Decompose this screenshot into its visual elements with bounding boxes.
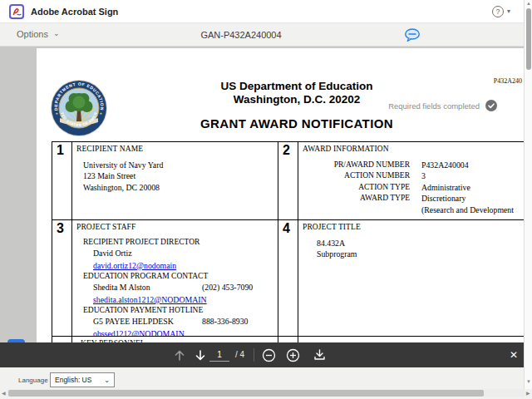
- contact-name: Shedita M Alston: [93, 282, 202, 293]
- section-heading: KEY PERSONNEL: [72, 337, 278, 342]
- horizontal-scrollbar-thumb[interactable]: [8, 390, 484, 397]
- section-1-number: 1: [52, 142, 72, 220]
- email-link[interactable]: shedita.alston1212@NODOMAIN: [93, 295, 207, 304]
- project-title-line: Subprogram: [317, 249, 524, 259]
- download-icon[interactable]: [311, 342, 328, 367]
- award-field-label: ACTION NUMBER: [298, 170, 410, 181]
- scroll-right-icon[interactable]: ▶: [526, 390, 530, 396]
- contact-role: EDUCATION PROGRAM CONTACT: [83, 271, 278, 282]
- contact-name: G5 PAYEE HELPDESK: [93, 316, 202, 327]
- section-heading: PROJECT STAFF: [72, 220, 278, 231]
- section-project-staff: PROJECT STAFF RECIPIENT PROJECT DIRECTOR…: [72, 220, 278, 337]
- vertical-scrollbar[interactable]: ▲ ▼: [524, 0, 532, 389]
- contact-role: RECIPIENT PROJECT DIRECTOR: [83, 237, 278, 248]
- acrobat-sign-logo-icon: [9, 4, 24, 19]
- language-select[interactable]: English: US ⌄: [50, 372, 115, 387]
- options-menu-button[interactable]: Options ⌄: [17, 29, 59, 39]
- language-label: Language: [18, 377, 48, 384]
- recipient-line: University of Navy Yard: [83, 160, 278, 170]
- award-field-label: AWARD TYPE: [298, 193, 410, 204]
- seal-star-icon: ★: [56, 111, 59, 116]
- award-field-label: ACTION TYPE: [298, 182, 410, 193]
- required-fields-status: Required fields completed: [388, 100, 497, 111]
- grant-award-notification-title: GRANT AWARD NOTIFICATION: [111, 116, 482, 131]
- award-field-label: PR/AWARD NUMBER: [298, 160, 410, 170]
- contact-role: EDUCATION PAYMENT HOTLINE: [83, 305, 278, 316]
- acrobat-sign-window: Adobe Acrobat Sign ? ▾ Options ⌄ GAN-P43…: [0, 0, 532, 399]
- help-icon[interactable]: ?: [492, 6, 504, 17]
- seal-star-icon: ★: [100, 111, 103, 116]
- section-heading: RECIPIENT NAME: [72, 142, 278, 153]
- zoom-out-icon[interactable]: [260, 342, 277, 367]
- contact-phone: (202) 453-7090: [202, 282, 253, 293]
- document-toolbar: Options ⌄ GAN-P432A240004: [0, 23, 532, 47]
- section-5-number: [52, 337, 72, 342]
- previous-page-icon[interactable]: [171, 342, 188, 367]
- section-key-personnel: KEY PERSONNEL: [72, 337, 278, 342]
- language-selected-value: English: US: [51, 376, 104, 384]
- toolbar-divider: [254, 348, 254, 362]
- chevron-down-icon: ⌄: [104, 377, 114, 384]
- section-project-title: PROJECT TITLE 84.432A Subprogram: [298, 220, 524, 337]
- bottom-bar: Language English: US ⌄ ◀ ▶: [0, 367, 532, 399]
- options-label: Options: [17, 29, 48, 39]
- help-caret-icon[interactable]: ▾: [507, 7, 510, 15]
- section-2-number: 2: [278, 142, 298, 220]
- gan-table: 1 RECIPIENT NAME University of Navy Yard…: [52, 141, 524, 342]
- page-corner-code: P432A240: [494, 77, 522, 85]
- comment-bubble-icon[interactable]: [404, 28, 421, 42]
- section-heading: AWARD INFORMATION: [298, 142, 524, 153]
- scroll-up-icon[interactable]: ▲: [525, 1, 532, 6]
- horizontal-scrollbar[interactable]: ◀ ▶: [0, 389, 532, 397]
- document-viewport: P432A240: [0, 47, 532, 342]
- recipient-line: Washington, DC 20008: [83, 182, 278, 193]
- scroll-left-icon[interactable]: ◀: [2, 390, 6, 396]
- section-5-right: [298, 337, 524, 342]
- section-3-number: 3: [52, 220, 72, 337]
- section-5b-number: [278, 337, 298, 342]
- award-type-continuation: (Research and Development: [421, 204, 524, 215]
- header-dept-line: US Department of Education: [111, 80, 482, 92]
- vertical-scrollbar-thumb[interactable]: [526, 8, 531, 70]
- email-link[interactable]: david.ortiz12@nodomain: [93, 261, 176, 270]
- pdf-page: P432A240: [37, 48, 524, 342]
- contact-entry: EDUCATION PROGRAM CONTACT Shedita M Alst…: [83, 271, 278, 305]
- next-page-icon[interactable]: [192, 342, 209, 367]
- page-number-input[interactable]: 1: [209, 348, 229, 362]
- section-4-number: 4: [278, 220, 298, 337]
- zoom-in-icon[interactable]: [284, 342, 301, 367]
- contact-entry: RECIPIENT PROJECT DIRECTOR David Ortiz d…: [83, 237, 278, 271]
- required-fields-label: Required fields completed: [388, 101, 480, 111]
- award-field-value: 3: [421, 170, 426, 181]
- contact-phone: 888-336-8930: [202, 316, 249, 327]
- section-heading: PROJECT TITLE: [298, 220, 524, 231]
- chevron-down-icon: ⌄: [53, 29, 60, 37]
- department-of-education-seal: DEPARTMENT OF EDUCATION UNITED STATES OF…: [50, 79, 108, 137]
- contact-name: David Ortiz: [93, 248, 202, 259]
- contact-entry: EDUCATION PAYMENT HOTLINE G5 PAYEE HELPD…: [83, 305, 278, 337]
- close-icon[interactable]: ✕: [504, 342, 524, 367]
- page-navigation-toolbar: 1 / 4 ✕: [0, 342, 525, 367]
- section-award-information: AWARD INFORMATION PR/AWARD NUMBERP432A24…: [298, 142, 524, 220]
- check-circle-icon: [485, 100, 497, 111]
- award-field-value: Administrative: [421, 182, 470, 193]
- project-title-line: 84.432A: [317, 238, 524, 249]
- app-bar: Adobe Acrobat Sign ? ▾: [0, 0, 532, 23]
- recipient-line: 123 Main Street: [83, 170, 278, 181]
- app-title: Adobe Acrobat Sign: [31, 7, 118, 17]
- scroll-down-icon[interactable]: ▼: [525, 379, 532, 384]
- document-title: GAN-P432A240004: [133, 30, 349, 40]
- award-field-value: P432A240004: [421, 160, 469, 170]
- section-recipient-name: RECIPIENT NAME University of Navy Yard 1…: [72, 142, 278, 220]
- award-field-value: Discretionary: [421, 193, 466, 204]
- page-total-label: / 4: [235, 350, 244, 359]
- email-link[interactable]: obssed1212@NODOMAIN: [93, 329, 185, 337]
